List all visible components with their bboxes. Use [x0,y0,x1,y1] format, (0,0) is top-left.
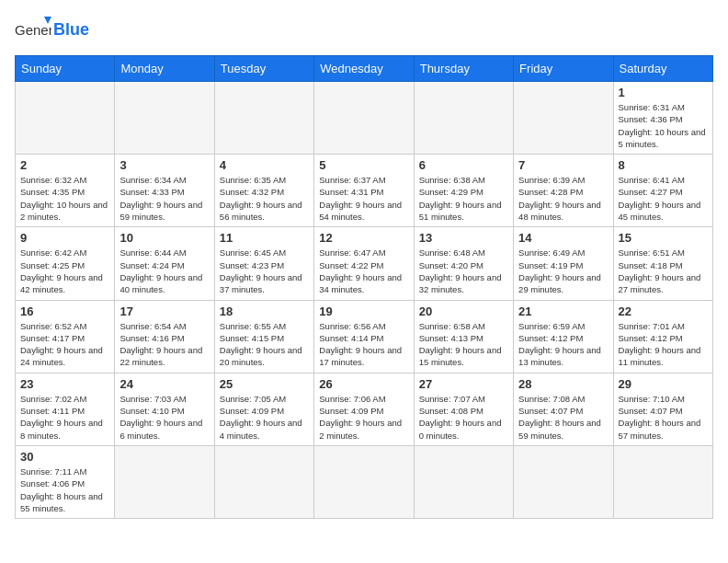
calendar-cell: 28Sunrise: 7:08 AM Sunset: 4:07 PM Dayli… [514,373,613,445]
day-number: 26 [319,377,408,391]
calendar-cell: 20Sunrise: 6:58 AM Sunset: 4:13 PM Dayli… [414,300,513,373]
day-info: Sunrise: 7:03 AM Sunset: 4:10 PM Dayligh… [119,393,209,442]
day-number: 22 [619,304,708,318]
day-number: 2 [20,158,109,172]
calendar-cell: 10Sunrise: 6:44 AM Sunset: 4:24 PM Dayli… [115,227,214,300]
day-number: 9 [20,231,109,245]
weekday-header-friday: Friday [514,56,613,82]
day-number: 16 [20,304,109,318]
day-info: Sunrise: 7:10 AM Sunset: 4:07 PM Dayligh… [619,393,708,442]
calendar-cell [214,82,313,155]
day-number: 18 [220,304,309,318]
day-number: 13 [419,231,508,245]
weekday-header-row: SundayMondayTuesdayWednesdayThursdayFrid… [16,56,713,82]
day-info: Sunrise: 6:52 AM Sunset: 4:17 PM Dayligh… [20,320,109,369]
day-number: 21 [518,304,608,318]
weekday-header-tuesday: Tuesday [214,56,313,82]
calendar-cell: 14Sunrise: 6:49 AM Sunset: 4:19 PM Dayli… [514,227,613,300]
calendar-cell [16,82,115,155]
calendar-cell [314,445,414,518]
calendar-cell: 13Sunrise: 6:48 AM Sunset: 4:20 PM Dayli… [414,227,513,300]
day-info: Sunrise: 7:06 AM Sunset: 4:09 PM Dayligh… [319,393,408,442]
day-info: Sunrise: 7:07 AM Sunset: 4:08 PM Dayligh… [419,393,508,442]
calendar-cell: 5Sunrise: 6:37 AM Sunset: 4:31 PM Daylig… [314,155,414,227]
day-number: 12 [319,231,408,245]
calendar-cell [214,445,313,518]
calendar-cell: 29Sunrise: 7:10 AM Sunset: 4:07 PM Dayli… [613,373,712,445]
day-number: 24 [119,377,209,391]
calendar-cell: 27Sunrise: 7:07 AM Sunset: 4:08 PM Dayli… [414,373,513,445]
day-info: Sunrise: 7:02 AM Sunset: 4:11 PM Dayligh… [20,393,109,442]
day-number: 11 [220,231,309,245]
calendar-cell: 22Sunrise: 7:01 AM Sunset: 4:12 PM Dayli… [613,300,712,373]
day-info: Sunrise: 6:55 AM Sunset: 4:15 PM Dayligh… [220,320,309,369]
calendar-cell [613,445,712,518]
day-number: 23 [20,377,109,391]
day-number: 14 [518,231,608,245]
svg-text:General: General [15,22,51,38]
calendar-cell [115,82,214,155]
day-number: 29 [619,377,708,391]
day-info: Sunrise: 7:01 AM Sunset: 4:12 PM Dayligh… [619,320,708,369]
day-info: Sunrise: 6:45 AM Sunset: 4:23 PM Dayligh… [220,247,309,295]
weekday-header-saturday: Saturday [613,56,712,82]
calendar-cell [414,445,513,518]
calendar-week-3: 16Sunrise: 6:52 AM Sunset: 4:17 PM Dayli… [16,300,713,373]
calendar-cell: 18Sunrise: 6:55 AM Sunset: 4:15 PM Dayli… [214,300,313,373]
day-number: 5 [319,158,408,172]
calendar-cell: 19Sunrise: 6:56 AM Sunset: 4:14 PM Dayli… [314,300,414,373]
calendar-cell [414,82,513,155]
calendar-cell: 15Sunrise: 6:51 AM Sunset: 4:18 PM Dayli… [613,227,712,300]
calendar-week-1: 2Sunrise: 6:32 AM Sunset: 4:35 PM Daylig… [16,155,713,227]
day-info: Sunrise: 6:54 AM Sunset: 4:16 PM Dayligh… [119,320,209,369]
calendar-cell [314,82,414,155]
day-info: Sunrise: 6:38 AM Sunset: 4:29 PM Dayligh… [419,174,508,223]
day-number: 3 [119,158,209,172]
day-info: Sunrise: 6:31 AM Sunset: 4:36 PM Dayligh… [619,101,708,150]
day-number: 4 [220,158,309,172]
day-info: Sunrise: 6:56 AM Sunset: 4:14 PM Dayligh… [319,320,408,369]
day-info: Sunrise: 6:51 AM Sunset: 4:18 PM Dayligh… [619,247,708,295]
calendar-cell: 16Sunrise: 6:52 AM Sunset: 4:17 PM Dayli… [16,300,115,373]
weekday-header-monday: Monday [115,56,214,82]
calendar-cell: 26Sunrise: 7:06 AM Sunset: 4:09 PM Dayli… [314,373,414,445]
day-info: Sunrise: 6:58 AM Sunset: 4:13 PM Dayligh… [419,320,508,369]
calendar-cell: 4Sunrise: 6:35 AM Sunset: 4:32 PM Daylig… [214,155,313,227]
day-number: 25 [220,377,309,391]
generalblue-logo-icon: General [15,15,51,44]
calendar-cell [115,445,214,518]
weekday-header-thursday: Thursday [414,56,513,82]
calendar-cell: 17Sunrise: 6:54 AM Sunset: 4:16 PM Dayli… [115,300,214,373]
calendar-cell: 12Sunrise: 6:47 AM Sunset: 4:22 PM Dayli… [314,227,414,300]
day-number: 7 [518,158,608,172]
calendar-cell: 24Sunrise: 7:03 AM Sunset: 4:10 PM Dayli… [115,373,214,445]
day-info: Sunrise: 6:37 AM Sunset: 4:31 PM Dayligh… [319,174,408,223]
day-info: Sunrise: 7:05 AM Sunset: 4:09 PM Dayligh… [220,393,309,442]
day-number: 15 [619,231,708,245]
calendar-cell: 25Sunrise: 7:05 AM Sunset: 4:09 PM Dayli… [214,373,313,445]
weekday-header-sunday: Sunday [16,56,115,82]
header: GeneralBlue [15,15,713,44]
day-info: Sunrise: 6:34 AM Sunset: 4:33 PM Dayligh… [119,174,209,223]
logo-blue-text: Blue [53,20,89,40]
calendar-cell [514,82,613,155]
day-info: Sunrise: 6:42 AM Sunset: 4:25 PM Dayligh… [20,247,109,295]
calendar-cell: 9Sunrise: 6:42 AM Sunset: 4:25 PM Daylig… [16,227,115,300]
day-info: Sunrise: 6:35 AM Sunset: 4:32 PM Dayligh… [220,174,309,223]
day-info: Sunrise: 6:49 AM Sunset: 4:19 PM Dayligh… [518,247,608,295]
day-number: 1 [619,86,708,99]
day-number: 28 [518,377,608,391]
day-number: 6 [419,158,508,172]
day-number: 8 [619,158,708,172]
day-info: Sunrise: 6:32 AM Sunset: 4:35 PM Dayligh… [20,174,109,223]
calendar-cell: 11Sunrise: 6:45 AM Sunset: 4:23 PM Dayli… [214,227,313,300]
calendar-cell: 30Sunrise: 7:11 AM Sunset: 4:06 PM Dayli… [16,445,115,518]
calendar-week-0: 1Sunrise: 6:31 AM Sunset: 4:36 PM Daylig… [16,82,713,155]
day-number: 17 [119,304,209,318]
calendar-cell: 3Sunrise: 6:34 AM Sunset: 4:33 PM Daylig… [115,155,214,227]
day-info: Sunrise: 6:59 AM Sunset: 4:12 PM Dayligh… [518,320,608,369]
calendar-week-5: 30Sunrise: 7:11 AM Sunset: 4:06 PM Dayli… [16,445,713,518]
logo: GeneralBlue [15,15,89,44]
day-number: 30 [20,450,109,464]
calendar-week-2: 9Sunrise: 6:42 AM Sunset: 4:25 PM Daylig… [16,227,713,300]
